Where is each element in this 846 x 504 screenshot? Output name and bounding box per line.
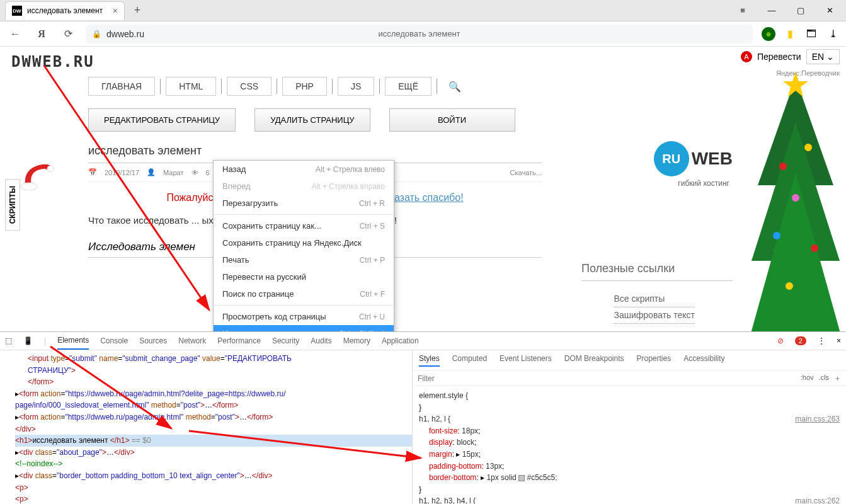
back-button[interactable]: ← [6,25,24,43]
svg-point-1 [47,166,54,172]
calendar-icon: 📅 [88,168,97,176]
context-menu-item[interactable]: ВпередAlt + Стрелка вправо [214,178,394,195]
dt-tab-audits[interactable]: Audits [311,333,331,349]
translate-icon[interactable]: 🗔 [804,27,818,41]
maximize-button[interactable]: ▢ [787,1,815,20]
svg-point-6 [804,144,812,151]
yandex-button[interactable]: Я [33,25,50,43]
address-bar: ← Я ⟳ 🔒 dwweb.ru исследовать элемент ● ▮… [0,21,846,47]
rt-dom-bp[interactable]: DOM Breakpoints [564,354,624,367]
nav-js[interactable]: JS [338,77,374,96]
side-link-encrypt[interactable]: Зашифровать текст [614,307,695,324]
say-thanks-link[interactable]: сказать спасибо! [385,192,464,203]
error-icon[interactable]: ⊘ [777,336,784,345]
useful-links-heading: Полезные ссылки [581,262,733,281]
minimize-button[interactable]: — [758,1,786,20]
page-content: DWWEB.RU A Перевести EN ⌄ Яндекс.Перевод… [0,47,846,331]
context-menu-item[interactable]: Перевести на русский [214,268,394,285]
styles-filter-input[interactable] [418,374,801,383]
svg-point-8 [773,232,780,239]
main-nav: ГЛАВНАЯ HTML CSS PHP JS ЕЩЁ 🔍 [88,77,846,96]
cls-toggle[interactable]: .cls [819,374,830,383]
nav-html[interactable]: HTML [166,77,216,96]
download-link[interactable]: Скачать... [510,169,542,176]
tab-title: исследовать элемент [27,6,103,15]
delete-page-button[interactable]: УДАЛИТЬ СТРАНИЦУ [254,108,370,132]
new-tab-button[interactable]: + [129,2,146,20]
dt-more-icon[interactable]: ⋮ [818,336,825,345]
ext-yellow-icon[interactable]: ▮ [783,27,797,41]
dt-tab-console[interactable]: Console [100,333,128,349]
translate-lang[interactable]: EN ⌄ [806,49,840,64]
dt-close-icon[interactable]: × [837,336,841,345]
svg-point-10 [786,282,793,290]
menu-button[interactable]: ≡ [729,1,757,20]
ruweb-subtitle: гибкий хостинг [678,179,729,188]
devtools-panel: ⬚ 📱 | Elements Console Sources Network P… [0,331,846,504]
rt-events[interactable]: Event Listeners [500,354,552,367]
styles-panel: Styles Computed Event Listeners DOM Brea… [413,350,846,504]
dt-tab-performance[interactable]: Performance [217,333,261,349]
dt-tab-application[interactable]: Application [382,333,419,349]
rt-a11y[interactable]: Accessibility [683,354,724,367]
nav-css[interactable]: CSS [227,77,272,96]
devtools-toolbar: ⬚ 📱 | Elements Console Sources Network P… [0,332,846,350]
rt-styles[interactable]: Styles [419,354,440,367]
elements-tree[interactable]: <input type="submit" name="submit_change… [0,350,413,504]
site-logo[interactable]: DWWEB.RU [0,47,846,77]
rt-props[interactable]: Properties [636,354,671,367]
context-menu-item[interactable]: НазадAlt + Стрелка влево [214,161,394,178]
context-menu-item[interactable]: Исследовать элементCtrl + Shift + I [214,325,394,331]
context-menu-item[interactable]: ПерезагрузитьCtrl + R [214,195,394,212]
ext-green-icon[interactable]: ● [762,27,775,41]
svg-marker-3 [752,122,840,261]
side-link-scripts[interactable]: Все скрипты [614,291,695,307]
edit-page-button[interactable]: РЕДАКТИРОВАТЬ СТРАНИЦУ [88,108,236,132]
context-menu-item[interactable]: Просмотреть код страницыCtrl + U [214,308,394,325]
inspect-icon[interactable]: ⬚ [5,336,12,345]
error-count[interactable]: 2 [795,336,806,345]
translate-globe-icon: A [741,51,752,62]
hov-toggle[interactable]: :hov [801,374,814,383]
device-toggle-icon[interactable]: 📱 [23,336,33,345]
side-links: Все скрипты Зашифровать текст [614,291,695,324]
nav-php[interactable]: PHP [282,77,327,96]
rt-computed[interactable]: Computed [452,354,487,367]
svg-marker-4 [746,173,845,331]
url-field[interactable]: 🔒 dwweb.ru исследовать элемент [86,25,753,43]
context-menu-item[interactable]: ПечатьCtrl + P [214,251,394,268]
tab-close-icon[interactable]: × [113,6,118,16]
style-rules[interactable]: element.style { } main.css:263h1, h2, l … [413,386,846,504]
ruweb-text: WEB [692,149,733,169]
scripts-side-tab[interactable]: СКРИПТЫ [5,179,20,231]
ruweb-logo[interactable]: RU WEB [654,141,733,176]
meta-author: Марат [163,169,183,176]
selected-element[interactable]: <h1>исследовать элемент </h1> == $0 [15,435,412,447]
browser-tab[interactable]: DW исследовать элемент × [5,1,125,20]
svg-point-0 [21,183,37,190]
browser-tab-strip: DW исследовать элемент × + ≡ — ▢ ✕ [0,0,846,21]
login-button[interactable]: ВОЙТИ [389,108,515,132]
reload-button[interactable]: ⟳ [59,25,77,43]
translate-bar: A Перевести EN ⌄ [741,49,840,64]
close-button[interactable]: ✕ [816,1,843,20]
dt-tab-network[interactable]: Network [178,333,206,349]
add-rule-icon[interactable]: ＋ [834,374,841,383]
translate-label[interactable]: Перевести [757,52,801,62]
svg-point-5 [779,163,787,170]
lock-icon: 🔒 [92,30,101,38]
context-menu-item[interactable]: Сохранить страницу на Яндекс.Диск [214,234,394,251]
dt-tab-elements[interactable]: Elements [57,332,89,350]
downloads-button[interactable]: ⤓ [826,27,840,41]
context-menu: НазадAlt + Стрелка влевоВпередAlt + Стре… [213,160,394,331]
dt-tab-security[interactable]: Security [272,333,299,349]
search-icon[interactable]: 🔍 [449,81,461,93]
context-menu-item[interactable]: Сохранить страницу как...Ctrl + S [214,217,394,234]
addr-center-text: исследовать элемент [378,29,460,38]
dt-tab-memory[interactable]: Memory [343,333,370,349]
nav-more[interactable]: ЕЩЁ [385,77,432,96]
context-menu-item[interactable]: Поиск по страницеCtrl + F [214,285,394,302]
nav-main[interactable]: ГЛАВНАЯ [88,77,155,96]
meta-date: 2019/12/17 [105,169,139,176]
dt-tab-sources[interactable]: Sources [139,333,167,349]
